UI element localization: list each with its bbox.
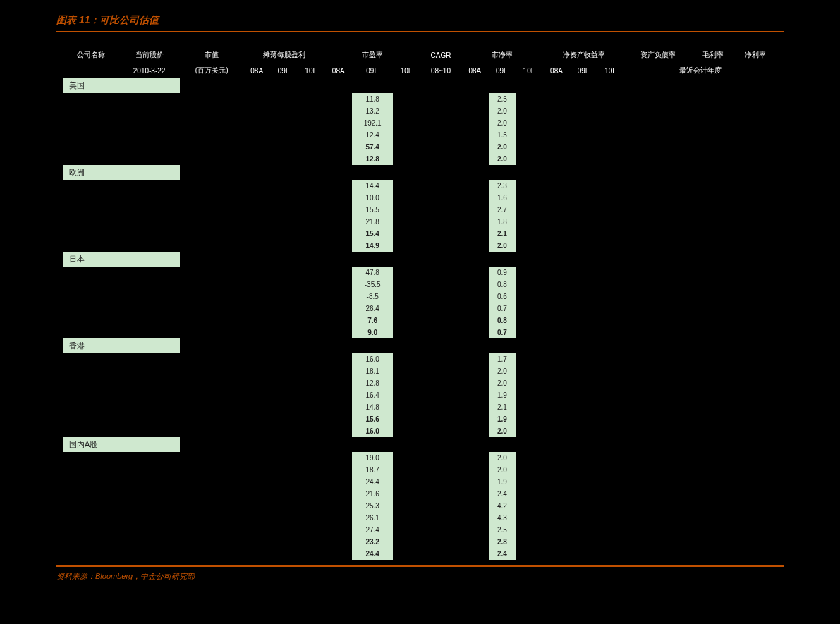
cell-empty <box>270 548 298 560</box>
cell-empty <box>597 117 625 129</box>
cell-empty <box>270 141 298 153</box>
cell-empty <box>570 488 597 500</box>
cell-empty <box>461 279 489 290</box>
sub-pb-10e: 10E <box>516 63 543 78</box>
cell-empty <box>393 204 420 216</box>
cell-empty <box>624 464 691 476</box>
cell-empty <box>393 353 420 365</box>
cell-empty <box>180 326 243 338</box>
cell-empty <box>324 105 352 117</box>
cell-empty <box>63 279 118 290</box>
cell-pb-09e: 2.5 <box>489 93 516 105</box>
cell-empty <box>118 401 181 413</box>
cell-pe-09e: 16.4 <box>352 389 393 401</box>
table-row: 12.82.0 <box>63 153 777 165</box>
cell-empty <box>420 413 461 425</box>
cell-empty <box>461 117 489 129</box>
table-row: 15.52.7 <box>63 204 777 216</box>
cell-empty <box>597 548 625 560</box>
cell-empty <box>298 464 325 476</box>
cell-empty <box>118 512 181 524</box>
cell-empty <box>692 279 734 290</box>
table-row: 18.72.0 <box>63 464 777 476</box>
cell-empty <box>180 302 243 314</box>
cell-empty <box>420 512 461 524</box>
cell-pb-09e: 2.5 <box>489 524 516 536</box>
cell-empty <box>597 290 625 302</box>
cell-empty <box>692 548 734 560</box>
cell-empty <box>180 279 243 290</box>
cell-empty <box>180 117 243 129</box>
cell-pb-09e: 2.0 <box>489 153 516 165</box>
cell-empty <box>734 500 777 512</box>
cell-empty <box>461 500 489 512</box>
cell-empty <box>298 314 325 326</box>
cell-empty <box>692 326 734 338</box>
cell-empty <box>420 180 461 192</box>
cell-empty <box>624 548 691 560</box>
cell-empty <box>734 279 777 290</box>
cell-empty <box>324 326 352 338</box>
cell-empty <box>298 476 325 488</box>
cell-empty <box>180 401 243 413</box>
cell-empty <box>243 452 271 464</box>
cell-empty <box>118 464 181 476</box>
cell-empty <box>180 153 243 165</box>
cell-empty <box>180 512 243 524</box>
cell-empty <box>243 401 271 413</box>
cell-empty <box>393 314 420 326</box>
cell-empty <box>243 129 271 141</box>
cell-empty <box>597 413 625 425</box>
cell-empty <box>516 267 543 279</box>
cell-empty <box>393 240 420 252</box>
col-cagr: CAGR <box>420 47 461 63</box>
cell-empty <box>624 500 691 512</box>
cell-empty <box>420 314 461 326</box>
cell-empty <box>243 524 271 536</box>
cell-empty <box>597 129 625 141</box>
cell-empty <box>63 389 118 401</box>
cell-empty <box>324 129 352 141</box>
cell-empty <box>543 240 571 252</box>
cell-empty <box>543 536 571 548</box>
cell-empty <box>298 377 325 389</box>
region-header: 日本 <box>63 252 777 267</box>
cell-empty <box>180 290 243 302</box>
cell-empty <box>118 117 181 129</box>
col-debt: 资产负债率 <box>624 47 691 63</box>
cell-empty <box>118 192 181 204</box>
cell-empty <box>393 425 420 437</box>
cell-pe-09e: 47.8 <box>352 267 393 279</box>
cell-empty <box>692 240 734 252</box>
cell-empty <box>461 302 489 314</box>
cell-empty <box>298 452 325 464</box>
cell-empty <box>597 302 625 314</box>
cell-empty <box>298 524 325 536</box>
cell-empty <box>570 476 597 488</box>
cell-empty <box>692 488 734 500</box>
cell-empty <box>393 129 420 141</box>
cell-empty <box>63 141 118 153</box>
cell-empty <box>298 290 325 302</box>
cell-empty <box>420 524 461 536</box>
cell-empty <box>63 476 118 488</box>
cell-empty <box>63 267 118 279</box>
cell-empty <box>570 314 597 326</box>
cell-empty <box>516 452 543 464</box>
cell-empty <box>461 105 489 117</box>
cell-empty <box>393 377 420 389</box>
cell-empty <box>461 204 489 216</box>
cell-empty <box>393 326 420 338</box>
cell-empty <box>298 413 325 425</box>
cell-empty <box>243 413 271 425</box>
cell-empty <box>570 153 597 165</box>
cell-empty <box>324 180 352 192</box>
cell-empty <box>570 240 597 252</box>
cell-empty <box>420 401 461 413</box>
cell-empty <box>692 314 734 326</box>
cell-empty <box>516 488 543 500</box>
cell-empty <box>324 290 352 302</box>
cell-empty <box>118 413 181 425</box>
cell-empty <box>734 129 777 141</box>
cell-empty <box>516 401 543 413</box>
